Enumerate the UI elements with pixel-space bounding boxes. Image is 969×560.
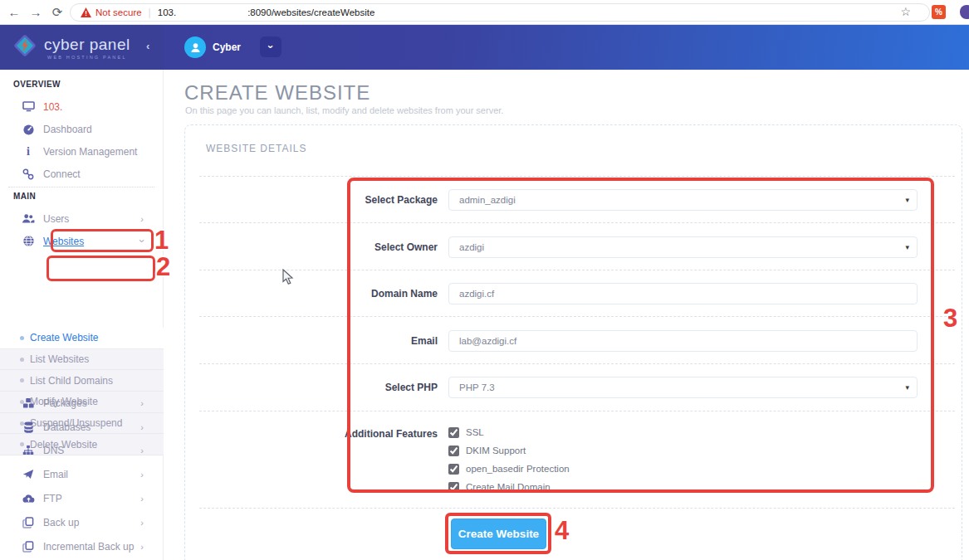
sidebar-item-server-ip[interactable]: 103.	[0, 95, 163, 118]
sidebar-item-label: 103.	[43, 101, 62, 113]
caret-down-icon: ▾	[905, 243, 909, 251]
chevron-right-icon: ›	[140, 398, 144, 408]
card-section-title: WEBSITE DETAILS	[206, 143, 306, 154]
copy-icon	[21, 517, 36, 528]
refresh-icon[interactable]: ⟳	[48, 3, 66, 22]
user-name: Cyber	[213, 41, 241, 53]
feature-ssl: SSL	[448, 425, 484, 440]
submenu-item-list-websites[interactable]: List Websites	[0, 349, 164, 371]
ssl-checkbox[interactable]	[448, 427, 459, 438]
submenu-item-create-website[interactable]: Create Website	[0, 328, 164, 349]
sidebar-collapse-icon[interactable]: ‹	[146, 40, 149, 52]
cyberpanel-create-website-screen: ← → ⟳ Not secure | 103. :8090/websites/c…	[0, 0, 969, 560]
user-dropdown-button[interactable]: ›	[260, 37, 281, 57]
sidebar-divider	[8, 187, 154, 187]
select-php-dropdown[interactable]: PHP 7.3 ▾	[448, 377, 918, 398]
sidebar-item-label: Packages	[43, 397, 87, 409]
feature-open-basedir: open_basedir Protection	[448, 461, 570, 476]
sidebar-item-dns[interactable]: DNS ›	[0, 439, 163, 461]
extension-icon-2[interactable]	[960, 5, 969, 19]
sidebar-item-label: Incremental Back up	[43, 541, 134, 553]
chevron-right-icon: ›	[140, 422, 144, 432]
bullet-icon	[20, 336, 24, 340]
app-header: cyber panel WEB HOSTING PANEL ‹ Cyber ›	[0, 25, 969, 70]
open-basedir-checkbox[interactable]	[448, 464, 459, 475]
chevron-right-icon: ›	[140, 542, 144, 552]
checkbox-label: SSL	[466, 427, 484, 437]
sidebar-item-users[interactable]: Users ›	[0, 207, 163, 230]
chevron-down-icon: ›	[140, 235, 144, 247]
bookmark-star-icon[interactable]: ☆	[900, 5, 911, 18]
field-label-domain-name: Domain Name	[199, 283, 438, 304]
browser-toolbar: ← → ⟳ Not secure | 103. :8090/websites/c…	[0, 0, 969, 25]
sidebar-item-label: Version Management	[43, 146, 137, 158]
globe-icon	[21, 235, 36, 247]
row-divider	[199, 411, 955, 411]
users-icon	[21, 213, 36, 224]
redacted-url-segment	[176, 7, 247, 18]
sidebar-item-label: Dashboard	[43, 124, 92, 135]
row-divider	[199, 316, 955, 317]
sidebar-item-databases[interactable]: Databases ›	[0, 416, 163, 438]
selected-value: azdigi	[459, 242, 484, 252]
select-owner-dropdown[interactable]: azdigi ▾	[448, 236, 918, 258]
field-label-select-package: Select Package	[199, 189, 438, 211]
packages-icon	[21, 397, 36, 409]
info-icon: i	[21, 145, 36, 158]
sidebar-item-label: DNS	[43, 445, 64, 456]
sidebar-section-main: MAIN	[13, 192, 36, 201]
field-label-email: Email	[199, 330, 438, 352]
sidebar: OVERVIEW 103. Dashboard i Version Manage…	[0, 70, 164, 560]
database-icon	[21, 421, 36, 433]
sidebar-item-ftp[interactable]: FTP ›	[0, 487, 163, 509]
chevron-down-icon: ›	[261, 45, 281, 48]
security-status[interactable]: Not secure	[95, 7, 142, 17]
select-package-dropdown[interactable]: admin_azdigi ▾	[448, 189, 918, 211]
sidebar-item-label: Users	[43, 213, 69, 225]
field-label-additional-features: Additional Features	[199, 423, 438, 445]
checkbox-label: DKIM Support	[466, 446, 526, 455]
row-divider	[199, 176, 955, 177]
brand-text: cyber panel WEB HOSTING PANEL	[44, 36, 130, 60]
sitemap-icon	[21, 445, 36, 455]
submenu-item-list-child-domains[interactable]: List Child Domains	[0, 370, 164, 392]
selected-value: admin_azdigi	[459, 195, 516, 205]
back-icon[interactable]: ←	[5, 3, 23, 22]
monitor-icon	[21, 101, 36, 112]
sidebar-item-label: Databases	[43, 421, 91, 433]
url-host: 103.	[158, 7, 176, 17]
sidebar-item-dashboard[interactable]: Dashboard	[0, 118, 163, 140]
url-divider: |	[149, 7, 151, 18]
submenu-item-label: Create Website	[30, 332, 98, 343]
create-mail-domain-checkbox[interactable]	[448, 482, 459, 493]
extension-icon[interactable]: %	[932, 5, 946, 19]
submenu-item-label: List Websites	[30, 353, 89, 365]
field-label-select-owner: Select Owner	[199, 236, 438, 258]
paper-plane-icon	[21, 469, 36, 480]
chevron-right-icon: ›	[140, 470, 144, 480]
sidebar-item-packages[interactable]: Packages ›	[0, 392, 163, 414]
sidebar-section-overview: OVERVIEW	[13, 80, 61, 89]
address-bar[interactable]: Not secure | 103. :8090/websites/createW…	[70, 3, 930, 22]
caret-down-icon: ▾	[905, 196, 909, 204]
chevron-right-icon: ›	[140, 214, 144, 224]
dkim-checkbox[interactable]	[448, 446, 459, 456]
sidebar-item-version-management[interactable]: i Version Management	[0, 140, 163, 163]
sidebar-item-connect[interactable]: Connect	[0, 163, 163, 185]
caret-down-icon: ▾	[905, 383, 909, 392]
avatar	[184, 37, 206, 58]
domain-name-input[interactable]	[448, 283, 918, 304]
cyberpanel-logo-icon	[13, 34, 37, 61]
sidebar-item-incremental-backup[interactable]: Incremental Back up ›	[0, 535, 163, 558]
url-path: :8090/websites/createWebsite	[247, 7, 374, 17]
user-menu[interactable]: Cyber	[184, 37, 241, 58]
checkbox-label: open_basedir Protection	[466, 464, 570, 474]
sidebar-item-backup[interactable]: Back up ›	[0, 511, 163, 533]
email-input[interactable]	[448, 330, 918, 352]
sidebar-item-email[interactable]: Email ›	[0, 463, 163, 485]
row-divider	[199, 363, 955, 364]
sidebar-item-websites[interactable]: Websites ›	[0, 230, 163, 252]
create-website-button[interactable]: Create Website	[451, 519, 546, 549]
forward-icon[interactable]: →	[27, 3, 45, 22]
brand-logo-block[interactable]: cyber panel WEB HOSTING PANEL	[0, 25, 164, 70]
